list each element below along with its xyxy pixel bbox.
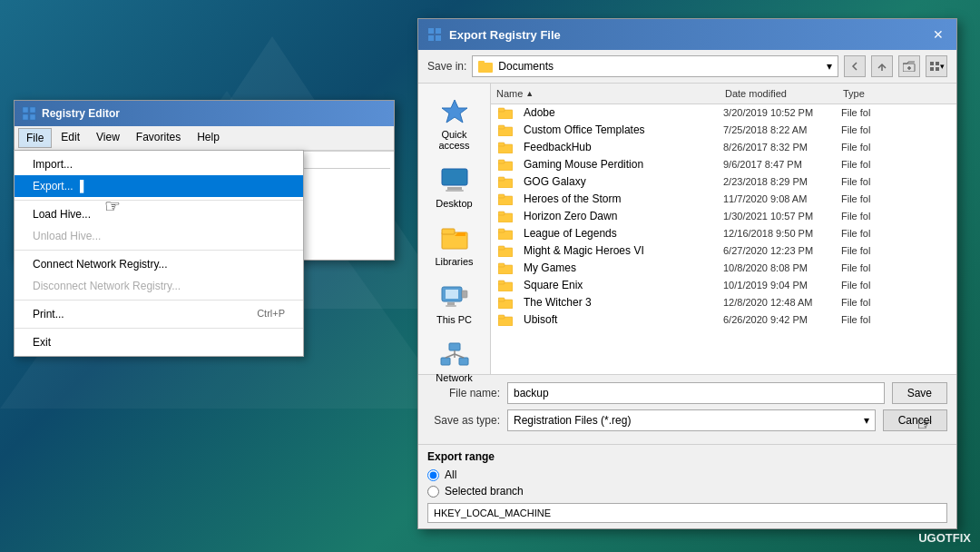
view-menu-button[interactable]: ▾ (926, 55, 947, 77)
file-type: File fol (838, 124, 956, 135)
save-in-select[interactable]: Documents ▾ (472, 55, 838, 77)
file-row[interactable]: GOG Galaxy2/23/2018 8:29 PMFile fol (491, 173, 956, 191)
folder-icon (498, 314, 513, 326)
file-row[interactable]: Custom Office Templates7/25/2018 8:22 AM… (491, 122, 956, 139)
file-date: 2/23/2018 8:29 PM (720, 176, 838, 187)
savetype-select[interactable]: Registration Files (*.reg) ▾ (507, 409, 876, 431)
svg-rect-1 (30, 107, 35, 113)
file-row[interactable]: Might & Magic Heroes VI6/27/2020 12:23 P… (491, 242, 956, 260)
name-col-header[interactable]: Name ▲ (491, 86, 720, 101)
folder-icon (498, 124, 513, 136)
menu-help[interactable]: Help (190, 128, 227, 148)
save-button[interactable]: Save (892, 382, 947, 404)
file-row[interactable]: FeedbackHub8/26/2017 8:32 PMFile fol (491, 139, 956, 156)
file-row[interactable]: League of Legends12/16/2018 9:50 PMFile … (491, 225, 956, 242)
nav-this-pc[interactable]: This PC (423, 276, 486, 330)
svg-rect-60 (498, 315, 505, 319)
file-type: File fol (838, 280, 956, 291)
folder-icon (498, 107, 513, 119)
save-in-value: Documents (498, 60, 554, 73)
radio-selected-branch[interactable] (427, 486, 439, 498)
menu-edit[interactable]: Edit (54, 128, 87, 148)
file-row[interactable]: Horizon Zero Dawn1/30/2021 10:57 PMFile … (491, 208, 956, 225)
savetype-arrow: ▾ (864, 414, 869, 427)
file-type: File fol (838, 297, 956, 308)
file-type: File fol (838, 314, 956, 325)
menu-load-hive[interactable]: Load Hive... (15, 203, 303, 225)
menu-export[interactable]: Export... ▌ (15, 175, 303, 197)
svg-rect-29 (449, 343, 460, 350)
svg-rect-20 (447, 187, 462, 190)
menu-file[interactable]: File (18, 128, 52, 148)
file-list-header: Name ▲ Date modified Type (491, 84, 956, 104)
file-date: 8/26/2017 8:32 PM (720, 142, 838, 153)
svg-rect-5 (436, 28, 441, 34)
registry-titlebar: Registry Editor (15, 101, 394, 126)
svg-rect-7 (436, 35, 441, 41)
file-row[interactable]: Gaming Mouse Perdition9/6/2017 8:47 PMFi… (491, 156, 956, 173)
libraries-icon (440, 223, 469, 252)
folder-icon-cell (491, 228, 520, 240)
filename-input[interactable] (507, 382, 885, 404)
save-in-label: Save in: (427, 60, 466, 73)
nav-libraries[interactable]: Libraries (423, 218, 486, 272)
svg-rect-31 (459, 358, 468, 365)
nav-quick-access[interactable]: Quick access (423, 91, 486, 156)
folder-icon (498, 193, 513, 205)
svg-rect-21 (446, 190, 464, 192)
file-date: 11/7/2020 9:08 AM (720, 193, 838, 204)
registry-menubar: File Edit View Favorites Help (15, 126, 394, 151)
view-dropdown-arrow: ▾ (940, 62, 945, 71)
type-col-header[interactable]: Type (838, 86, 956, 101)
file-name: Custom Office Templates (520, 123, 720, 136)
file-date: 3/20/2019 10:52 PM (720, 107, 838, 118)
menu-disconnect-network: Disconnect Network Registry... (15, 275, 303, 297)
file-row[interactable]: Adobe3/20/2019 10:52 PMFile fol (491, 104, 956, 122)
svg-rect-48 (498, 212, 505, 215)
file-name: Might & Magic Heroes VI (520, 244, 720, 257)
file-name: Horizon Zero Dawn (520, 210, 720, 222)
radio-all[interactable] (427, 469, 439, 481)
this-pc-label: This PC (436, 314, 472, 325)
branch-input[interactable] (427, 503, 947, 523)
back-button[interactable] (844, 55, 866, 77)
close-dialog-button[interactable]: ✕ (929, 25, 947, 44)
menu-exit[interactable]: Exit (15, 331, 303, 353)
menu-view[interactable]: View (89, 128, 127, 148)
nav-network[interactable]: Network (423, 334, 486, 389)
file-row[interactable]: Heroes of the Storm11/7/2020 9:08 AMFile… (491, 191, 956, 208)
menu-import[interactable]: Import... (15, 153, 303, 175)
file-date: 6/27/2020 12:23 PM (720, 245, 838, 256)
file-row[interactable]: My Games10/8/2020 8:08 PMFile fol (491, 260, 956, 277)
svg-rect-17 (936, 67, 939, 71)
svg-rect-30 (441, 358, 450, 365)
back-icon (849, 61, 860, 72)
registry-icon (22, 106, 36, 121)
divider-2 (15, 250, 303, 251)
libraries-label: Libraries (435, 256, 473, 267)
new-folder-button[interactable] (898, 55, 920, 77)
nav-desktop[interactable]: Desktop (423, 160, 486, 214)
export-range-title: Export range (427, 450, 947, 463)
svg-rect-23 (442, 229, 455, 234)
folder-icon-cell (491, 107, 520, 119)
file-row[interactable]: Ubisoft6/26/2020 9:42 PMFile fol (491, 311, 956, 329)
svg-rect-44 (498, 177, 505, 181)
up-button[interactable] (871, 55, 893, 77)
folder-icon-cell (491, 297, 520, 309)
folder-icon-cell (491, 142, 520, 153)
watermark: UGOTFIX (918, 531, 971, 545)
svg-rect-38 (498, 125, 505, 129)
folder-icon-cell (491, 211, 520, 222)
svg-rect-6 (428, 35, 434, 41)
file-row[interactable]: Square Enix10/1/2019 9:04 PMFile fol (491, 277, 956, 294)
menu-favorites[interactable]: Favorites (129, 128, 188, 148)
cancel-button[interactable]: Cancel (883, 409, 947, 431)
file-list[interactable]: Adobe3/20/2019 10:52 PMFile fol Custom O… (491, 104, 956, 374)
date-col-header[interactable]: Date modified (720, 86, 838, 101)
export-dialog-titlebar: Export Registry File ✕ (418, 19, 956, 50)
menu-print[interactable]: Print... Ctrl+P (15, 303, 303, 325)
svg-rect-46 (498, 194, 505, 198)
menu-connect-network[interactable]: Connect Network Registry... (15, 253, 303, 275)
file-row[interactable]: The Witcher 312/8/2020 12:48 AMFile fol (491, 294, 956, 311)
